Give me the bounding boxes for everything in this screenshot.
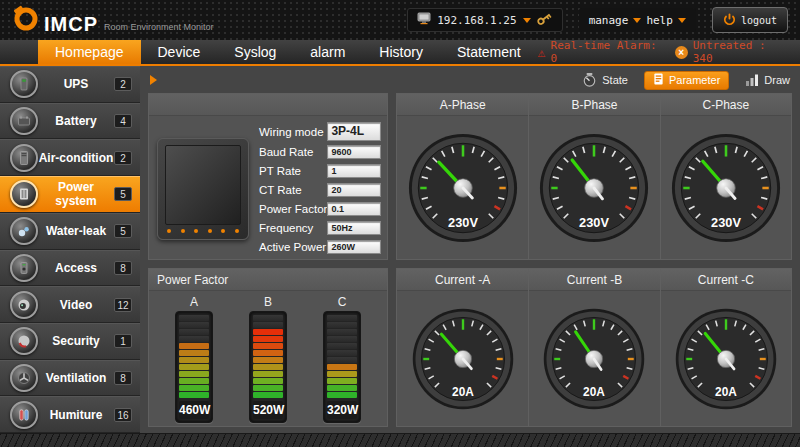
bottom-hatch-strip — [0, 433, 800, 447]
nav-tab-homepage[interactable]: Homepage — [38, 40, 141, 64]
sidebar-item-label: UPS — [38, 77, 114, 91]
current-column: Current -C20A — [660, 269, 791, 426]
power-bar-segment — [253, 350, 283, 356]
power-bar-segment — [253, 371, 283, 377]
logout-button[interactable]: logout — [712, 7, 788, 33]
power-bar-segment — [179, 392, 209, 398]
sidebar-item-water-leak[interactable]: Water-leak5 — [0, 213, 140, 250]
power-bar-segment — [327, 385, 357, 391]
manage-menu[interactable]: manage — [589, 14, 629, 27]
sidebar-item-count: 5 — [114, 187, 132, 201]
power-bar-segment — [327, 392, 357, 398]
power-bar-segments — [179, 315, 209, 398]
meter-device-image — [157, 138, 249, 240]
phase-gauge-grid: A-Phase230VB-Phase230VC-Phase230V — [397, 94, 791, 259]
settings-row: Active Power260W — [259, 239, 381, 255]
power-bar-segment — [179, 357, 209, 363]
draw-button[interactable]: Draw — [745, 73, 790, 88]
power-bar-segment — [179, 322, 209, 328]
top-header: IMCP Room Environment Monitor 192.168.1.… — [0, 0, 800, 40]
video-icon — [10, 291, 38, 319]
help-menu[interactable]: help — [646, 14, 673, 27]
logout-label: logout — [741, 15, 777, 26]
collapse-arrow-icon[interactable] — [150, 75, 157, 85]
sidebar-item-label: Water-leak — [38, 224, 114, 238]
power-bar-segment — [253, 392, 283, 398]
current-gauges-panel: Current -A20ACurrent -B20ACurrent -C20A — [396, 268, 792, 427]
state-button[interactable]: State — [582, 72, 628, 89]
sidebar-item-access[interactable]: Access8 — [0, 250, 140, 287]
water-leak-icon — [10, 217, 38, 245]
power-bar-segments — [253, 315, 283, 398]
power-bar-segment — [327, 364, 357, 370]
ip-box[interactable]: 192.168.1.25 — [407, 8, 562, 32]
settings-row: Baud Rate9600 — [259, 144, 381, 160]
power-bar-segment — [327, 371, 357, 377]
power-bar-segment — [327, 378, 357, 384]
power-bar-segment — [179, 315, 209, 321]
current-gauge: 20A — [529, 291, 659, 426]
content-toolbar: State Parameter — [148, 70, 792, 90]
setting-label: Power Factor — [259, 203, 327, 215]
phase-header: B-Phase — [529, 94, 659, 116]
content-area: State Parameter — [140, 66, 800, 433]
nav-tab-history[interactable]: History — [362, 40, 440, 64]
phase-gauges-panel: A-Phase230VB-Phase230VC-Phase230V — [396, 93, 792, 260]
nav-tab-device[interactable]: Device — [141, 40, 218, 64]
power-bar-meter: 520W — [249, 311, 287, 423]
setting-value-field[interactable]: 9600 — [327, 145, 381, 159]
sidebar-item-air-condition[interactable]: Air-condition2 — [0, 139, 140, 176]
power-factor-bars: A460WB520WC320W — [149, 291, 387, 426]
nav-tab-syslog[interactable]: Syslog — [217, 40, 293, 64]
setting-value-field[interactable]: 0.1 — [327, 202, 381, 216]
current-header: Current -C — [661, 269, 791, 291]
power-bar-segment — [327, 357, 357, 363]
power-bar-segment — [179, 364, 209, 370]
sidebar-item-security[interactable]: Security1 — [0, 323, 140, 360]
logo-icon — [12, 5, 38, 35]
power-bar-value: 520W — [253, 401, 283, 419]
main-area: UPS2Battery4Air-condition2Power system5W… — [0, 66, 800, 433]
key-icon[interactable] — [534, 10, 555, 31]
setting-value-field[interactable]: 1 — [327, 164, 381, 178]
sidebar-item-humiture[interactable]: Humiture16 — [0, 396, 140, 433]
setting-value-field[interactable]: 3P-4L — [327, 122, 381, 141]
setting-value-field[interactable]: 260W — [327, 240, 381, 254]
setting-value-field[interactable]: 50Hz — [327, 221, 381, 235]
parameter-button[interactable]: Parameter — [644, 71, 729, 90]
setting-label: Active Power — [259, 241, 327, 253]
sidebar-item-label: Ventilation — [38, 371, 114, 385]
setting-value-field[interactable]: 20 — [327, 183, 381, 197]
power-icon — [723, 13, 736, 28]
ip-address: 192.168.1.25 — [437, 14, 516, 27]
sidebar-item-label: Power system — [38, 180, 114, 208]
state-icon — [582, 72, 597, 89]
power-bar-segment — [179, 371, 209, 377]
current-header: Current -A — [397, 269, 528, 291]
nav-tab-alarm[interactable]: alarm — [293, 40, 362, 64]
sidebar-item-ventilation[interactable]: Ventilation8 — [0, 360, 140, 397]
power-factor-title: Power Factor — [149, 269, 387, 291]
settings-row: Wiring mode3P-4L — [259, 122, 381, 141]
nav-tab-statement[interactable]: Statement — [440, 40, 538, 64]
phase-column: C-Phase230V — [660, 94, 791, 259]
setting-label: Wiring mode — [259, 126, 327, 138]
sidebar-item-count: 8 — [114, 261, 132, 275]
parameter-icon — [653, 73, 664, 87]
sidebar-item-label: Video — [38, 298, 114, 312]
sidebar-item-video[interactable]: Video12 — [0, 286, 140, 323]
battery-icon — [10, 107, 38, 135]
phase-header: C-Phase — [661, 94, 791, 116]
sidebar-item-power-system[interactable]: Power system5 — [0, 176, 140, 213]
sidebar-item-battery[interactable]: Battery4 — [0, 103, 140, 140]
power-bar-b: B520W — [249, 295, 287, 423]
power-bar-letter: C — [338, 295, 347, 309]
power-bar-segment — [253, 378, 283, 384]
sidebar: UPS2Battery4Air-condition2Power system5W… — [0, 66, 140, 433]
sidebar-item-ups[interactable]: UPS2 — [0, 66, 140, 103]
help-dropdown-icon[interactable] — [678, 18, 686, 23]
ip-dropdown-icon[interactable] — [523, 18, 531, 23]
manage-dropdown-icon[interactable] — [633, 18, 641, 23]
power-factor-panel: Power Factor A460WB520WC320W — [148, 268, 388, 427]
logo: IMCP Room Environment Monitor — [12, 5, 214, 35]
